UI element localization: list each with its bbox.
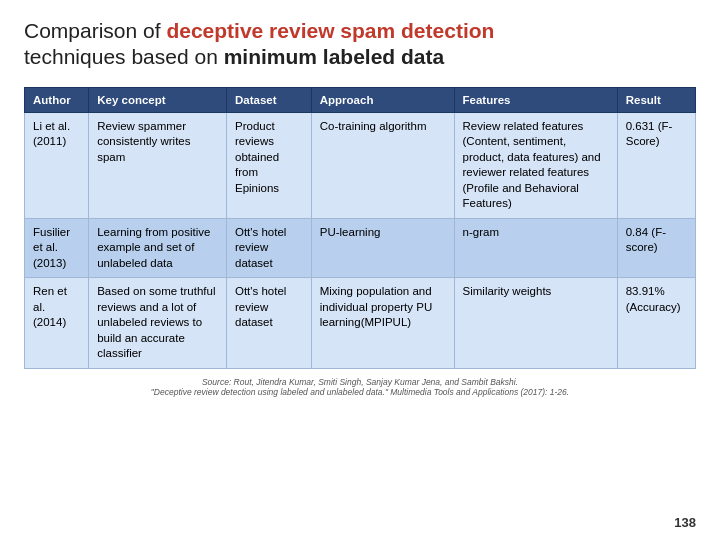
cell-dataset-2: Ott's hotel review dataset: [226, 218, 311, 278]
page-title: Comparison of deceptive review spam dete…: [24, 18, 696, 71]
col-header-result: Result: [617, 87, 695, 112]
table-header-row: Author Key concept Dataset Approach Feat…: [25, 87, 696, 112]
cell-author-3: Ren et al. (2014): [25, 278, 89, 369]
col-header-author: Author: [25, 87, 89, 112]
footer-line1: Source: Rout, Jitendra Kumar, Smiti Sing…: [24, 377, 696, 387]
col-header-approach: Approach: [311, 87, 454, 112]
title-bold: minimum labeled data: [224, 45, 445, 68]
cell-dataset-1: Product reviews obtained from Epinions: [226, 112, 311, 218]
cell-author-1: Li et al. (2011): [25, 112, 89, 218]
col-header-features: Features: [454, 87, 617, 112]
cell-approach-2: PU-learning: [311, 218, 454, 278]
title-prefix: Comparison of: [24, 19, 166, 42]
footer-citation: Source: Rout, Jitendra Kumar, Smiti Sing…: [24, 377, 696, 397]
cell-approach-1: Co-training algorithm: [311, 112, 454, 218]
cell-features-1: Review related features (Content, sentim…: [454, 112, 617, 218]
table-row: Fusilier et al. (2013) Learning from pos…: [25, 218, 696, 278]
cell-result-2: 0.84 (F-score): [617, 218, 695, 278]
cell-key-concept-3: Based on some truthful reviews and a lot…: [89, 278, 227, 369]
footer-line2: "Deceptive review detection using labele…: [24, 387, 696, 397]
title-highlight: deceptive review spam detection: [166, 19, 494, 42]
table-row: Li et al. (2011) Review spammer consiste…: [25, 112, 696, 218]
col-header-key-concept: Key concept: [89, 87, 227, 112]
col-header-dataset: Dataset: [226, 87, 311, 112]
cell-result-3: 83.91% (Accuracy): [617, 278, 695, 369]
comparison-table: Author Key concept Dataset Approach Feat…: [24, 87, 696, 369]
cell-features-3: Similarity weights: [454, 278, 617, 369]
cell-dataset-3: Ott's hotel review dataset: [226, 278, 311, 369]
cell-author-2: Fusilier et al. (2013): [25, 218, 89, 278]
cell-key-concept-1: Review spammer consistently writes spam: [89, 112, 227, 218]
cell-result-1: 0.631 (F-Score): [617, 112, 695, 218]
cell-key-concept-2: Learning from positive example and set o…: [89, 218, 227, 278]
title-middle: techniques based on: [24, 45, 224, 68]
cell-features-2: n-gram: [454, 218, 617, 278]
page-number: 138: [674, 515, 696, 530]
cell-approach-3: Mixing population and individual propert…: [311, 278, 454, 369]
table-row: Ren et al. (2014) Based on some truthful…: [25, 278, 696, 369]
